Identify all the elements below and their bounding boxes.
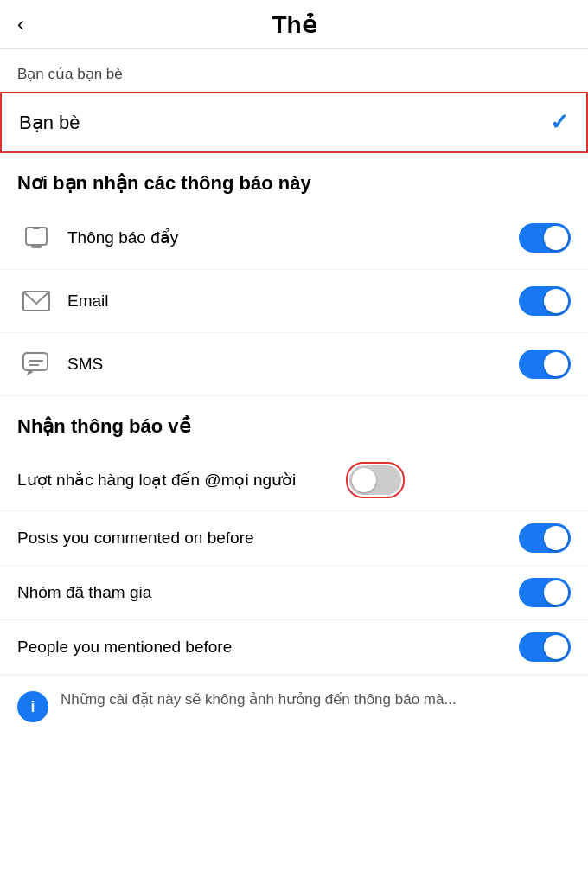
toggle-row-email: Email xyxy=(0,270,588,333)
mention-all-toggle-thumb xyxy=(352,468,376,492)
header: ‹ Thẻ xyxy=(0,0,588,49)
bell-icon xyxy=(17,219,55,257)
back-button[interactable]: ‹ xyxy=(17,12,24,36)
mention-all-toggle-wrapper xyxy=(346,462,405,498)
groups-joined-toggle-thumb xyxy=(544,580,568,605)
svg-rect-1 xyxy=(33,227,40,229)
sms-toggle-thumb xyxy=(544,352,568,376)
toggle-row-people-mentioned: People you mentioned before xyxy=(0,620,588,675)
info-icon: i xyxy=(17,691,48,722)
push-toggle-thumb xyxy=(544,226,568,250)
groups-joined-toggle[interactable] xyxy=(519,578,571,607)
mention-all-label: Lượt nhắc hàng loạt đến @mọi người xyxy=(17,470,346,491)
toggle-row-sms: SMS xyxy=(0,333,588,396)
people-mentioned-label: People you mentioned before xyxy=(17,637,519,658)
selected-option-row[interactable]: Bạn bè ✓ xyxy=(0,92,588,153)
selected-option-label: Bạn bè xyxy=(19,112,80,134)
people-mentioned-toggle[interactable] xyxy=(519,632,571,662)
email-icon xyxy=(17,282,55,320)
people-mentioned-toggle-thumb xyxy=(544,635,568,659)
groups-joined-label: Nhóm đã tham gia xyxy=(17,582,519,604)
toggle-row-posts-commented: Posts you commented on before xyxy=(0,511,588,566)
push-toggle[interactable] xyxy=(519,223,571,253)
info-row: i Những cài đặt này sẽ không ảnh hưởng đ… xyxy=(0,675,588,736)
posts-commented-label: Posts you commented on before xyxy=(17,528,519,549)
posts-commented-toggle-thumb xyxy=(544,526,568,550)
section-label: Bạn của bạn bè xyxy=(0,49,588,92)
toggle-row-push: Thông báo đẩy xyxy=(0,207,588,270)
sms-icon xyxy=(17,345,55,383)
info-text: Những cài đặt này sẽ không ảnh hưởng đến… xyxy=(61,689,457,710)
sms-toggle[interactable] xyxy=(519,350,571,379)
checkmark-icon: ✓ xyxy=(550,109,569,136)
sms-label: SMS xyxy=(67,354,519,375)
where-section-heading: Nơi bạn nhận các thông báo này xyxy=(0,153,588,207)
svg-rect-0 xyxy=(26,228,47,245)
receive-section-heading: Nhận thông báo về xyxy=(0,396,588,450)
mention-all-toggle[interactable] xyxy=(349,465,401,495)
svg-rect-2 xyxy=(31,245,42,248)
email-toggle[interactable] xyxy=(519,286,571,316)
toggle-row-mention-all: Lượt nhắc hàng loạt đến @mọi người xyxy=(0,450,588,511)
page-title: Thẻ xyxy=(272,10,316,39)
push-label: Thông báo đẩy xyxy=(67,228,519,249)
email-toggle-thumb xyxy=(544,289,568,313)
email-label: Email xyxy=(67,291,519,312)
posts-commented-toggle[interactable] xyxy=(519,523,571,553)
toggle-row-groups-joined: Nhóm đã tham gia xyxy=(0,566,588,620)
